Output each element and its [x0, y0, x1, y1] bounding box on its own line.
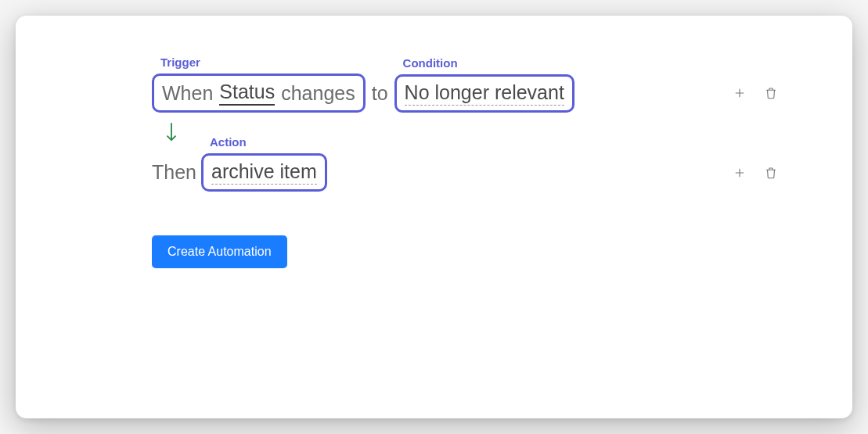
trash-icon — [764, 166, 778, 180]
condition-label: Condition — [403, 56, 458, 70]
condition-pill[interactable]: Condition No longer relevant — [394, 74, 574, 113]
plus-icon — [733, 166, 747, 180]
add-action-button[interactable] — [732, 165, 747, 181]
trigger-pill[interactable]: Trigger When Status changes — [152, 74, 366, 113]
delete-trigger-button[interactable] — [763, 85, 779, 101]
plus-icon — [733, 86, 747, 100]
trigger-label: Trigger — [160, 56, 200, 69]
trigger-verb: changes — [281, 82, 355, 105]
add-trigger-button[interactable] — [732, 85, 747, 101]
trigger-condition-row: Trigger When Status changes to Condition… — [152, 74, 787, 113]
action-row-actions — [732, 165, 787, 181]
trash-icon — [764, 86, 778, 100]
action-pill[interactable]: Action archive item — [201, 153, 327, 192]
automation-builder-card: Trigger When Status changes to Condition… — [16, 16, 852, 418]
condition-value[interactable]: No longer relevant — [405, 81, 564, 106]
action-row: Then Action archive item — [152, 153, 787, 192]
trigger-condition-content: Trigger When Status changes to Condition… — [152, 74, 574, 113]
trigger-prefix: When — [162, 82, 213, 105]
trigger-row-actions — [732, 85, 787, 101]
trigger-field[interactable]: Status — [219, 81, 275, 106]
flow-arrow-icon — [163, 120, 787, 149]
action-content: Then Action archive item — [152, 153, 327, 192]
action-prefix: Then — [152, 161, 201, 184]
trigger-connector: to — [366, 82, 394, 105]
create-automation-button[interactable]: Create Automation — [152, 235, 287, 268]
action-value[interactable]: archive item — [211, 160, 317, 185]
action-label: Action — [210, 135, 247, 149]
delete-action-button[interactable] — [763, 165, 779, 181]
